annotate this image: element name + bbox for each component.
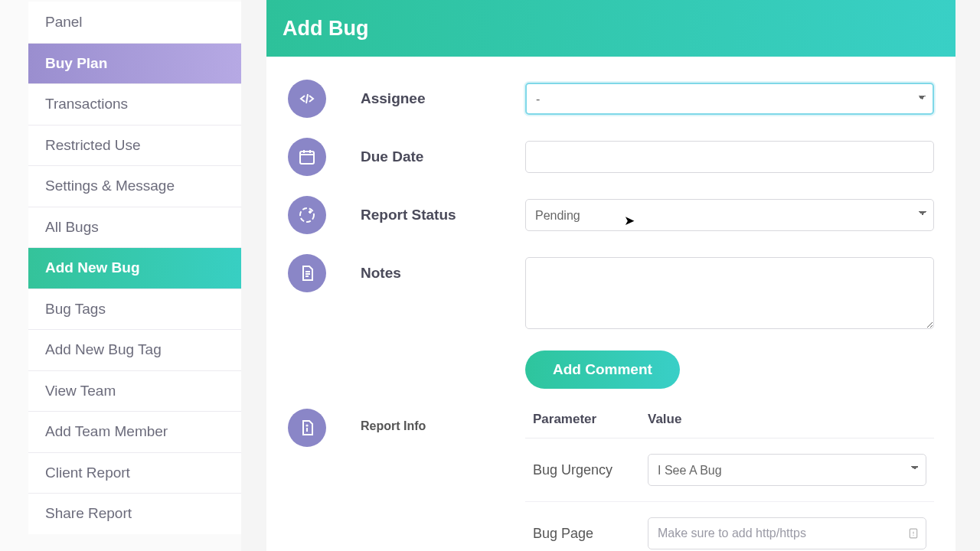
calendar-icon: [288, 138, 326, 176]
sidebar-item-label: Add Team Member: [45, 423, 168, 440]
info-icon: [288, 409, 326, 447]
sidebar-item-label: Buy Plan: [45, 55, 107, 72]
label-report-info: Report Info: [361, 412, 525, 433]
due-date-input[interactable]: [525, 141, 934, 173]
sidebar-item-share-report[interactable]: Share Report: [28, 493, 241, 534]
table-row: Bug Page: [525, 502, 934, 551]
sidebar-item-all-bugs[interactable]: All Bugs: [28, 207, 241, 248]
column-header-value: Value: [648, 412, 926, 427]
report-info-table: Parameter Value Bug Urgency I See A Bug …: [525, 412, 934, 551]
button-label: Add Comment: [553, 361, 652, 377]
sidebar-item-view-team[interactable]: View Team: [28, 370, 241, 412]
sidebar-item-add-team-member[interactable]: Add Team Member: [28, 411, 241, 452]
bug-page-input[interactable]: [648, 517, 926, 549]
sidebar-item-label: Transactions: [45, 96, 128, 112]
sidebar-item-client-report[interactable]: Client Report: [28, 452, 241, 494]
sidebar-item-add-new-bug-tag[interactable]: Add New Bug Tag: [28, 329, 241, 370]
sidebar-item-add-new-bug[interactable]: Add New Bug: [28, 247, 241, 289]
sidebar-item-bug-tags[interactable]: Bug Tags: [28, 289, 241, 330]
sidebar-item-label: All Bugs: [45, 219, 99, 236]
target-plus-icon: [288, 196, 326, 234]
column-header-parameter: Parameter: [533, 412, 648, 427]
page-icon: [908, 527, 919, 540]
param-bug-page: Bug Page: [533, 526, 648, 542]
main-content: Add Bug Assignee -: [241, 0, 980, 551]
svg-rect-0: [300, 152, 314, 164]
sidebar-item-label: Add New Bug: [45, 259, 140, 276]
sidebar-item-settings-message[interactable]: Settings & Message: [28, 165, 241, 207]
form-card: Assignee - Due Date: [266, 57, 956, 551]
report-status-select[interactable]: Pending: [525, 199, 934, 231]
add-comment-button[interactable]: Add Comment: [525, 350, 680, 389]
sidebar-item-panel[interactable]: Panel: [28, 2, 241, 43]
sidebar-item-transactions[interactable]: Transactions: [28, 83, 241, 125]
sidebar-item-label: Add New Bug Tag: [45, 341, 162, 358]
page-header: Add Bug: [266, 0, 956, 57]
svg-point-4: [913, 535, 913, 536]
label-notes: Notes: [361, 257, 525, 282]
label-assignee: Assignee: [361, 83, 525, 107]
table-row: Bug Urgency I See A Bug: [525, 439, 934, 502]
page-title: Add Bug: [283, 17, 368, 41]
svg-point-1: [300, 208, 314, 222]
sidebar-item-label: Share Report: [45, 505, 132, 522]
sidebar-item-restricted-use[interactable]: Restricted Use: [28, 125, 241, 166]
code-icon: [288, 80, 326, 118]
sidebar-item-label: Client Report: [45, 465, 130, 481]
bug-urgency-select[interactable]: I See A Bug: [648, 454, 926, 486]
sidebar-item-buy-plan[interactable]: Buy Plan: [28, 43, 241, 84]
sidebar-item-label: Restricted Use: [45, 137, 141, 154]
sidebar-item-label: Settings & Message: [45, 178, 175, 194]
sidebar-item-label: View Team: [45, 383, 116, 399]
sidebar: Panel Buy Plan Transactions Restricted U…: [0, 0, 241, 551]
svg-point-2: [306, 425, 307, 425]
notes-icon: [288, 254, 326, 292]
notes-textarea[interactable]: [525, 257, 934, 329]
assignee-select[interactable]: -: [525, 83, 934, 115]
param-bug-urgency: Bug Urgency: [533, 462, 648, 478]
label-report-status: Report Status: [361, 199, 525, 223]
label-due-date: Due Date: [361, 141, 525, 165]
sidebar-item-label: Bug Tags: [45, 301, 106, 318]
sidebar-item-label: Panel: [45, 14, 83, 31]
